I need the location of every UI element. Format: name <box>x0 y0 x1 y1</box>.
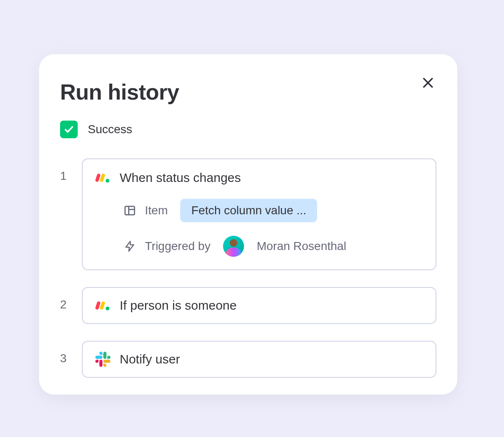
triggered-detail-row: Triggered by Moran Rosenthal <box>95 236 423 257</box>
triggered-label: Triggered by <box>145 240 210 253</box>
monday-icon <box>95 170 110 185</box>
modal-title: Run history <box>60 79 436 105</box>
item-icon <box>123 204 136 217</box>
item-label: Item <box>145 204 168 217</box>
status-label: Success <box>88 123 132 136</box>
step-card[interactable]: If person is someone <box>82 287 436 324</box>
close-button[interactable] <box>418 73 438 93</box>
svg-marker-8 <box>126 241 134 251</box>
step-row: 1 When status changes <box>60 158 436 270</box>
step-number: 1 <box>60 158 68 183</box>
success-badge <box>60 121 78 138</box>
monday-icon <box>95 298 110 313</box>
step-number: 2 <box>60 287 68 311</box>
close-icon <box>421 76 435 90</box>
status-row: Success <box>60 121 436 138</box>
svg-rect-9 <box>95 301 101 310</box>
svg-rect-2 <box>95 173 101 182</box>
run-history-modal: Run history Success 1 <box>39 54 457 395</box>
svg-rect-3 <box>100 173 105 182</box>
steps-list: 1 When status changes <box>60 158 436 378</box>
user-avatar[interactable] <box>223 236 244 257</box>
step-title: When status changes <box>120 171 241 185</box>
step-row: 3 Noti <box>60 341 436 378</box>
step-card[interactable]: Notify user <box>82 341 436 378</box>
item-detail-row: Item Fetch column value ... <box>95 199 423 222</box>
step-header: Notify user <box>95 352 423 367</box>
svg-point-4 <box>106 179 110 183</box>
step-card[interactable]: When status changes Item Fetch column va… <box>82 158 436 270</box>
check-icon <box>63 124 74 135</box>
triggered-user-name: Moran Rosenthal <box>257 240 346 253</box>
svg-rect-5 <box>125 206 135 215</box>
step-title: If person is someone <box>120 298 236 313</box>
svg-point-11 <box>106 307 110 311</box>
step-title: Notify user <box>120 352 180 366</box>
slack-icon <box>95 352 110 367</box>
step-header: When status changes <box>95 170 423 185</box>
bolt-icon <box>123 240 136 253</box>
item-value-pill[interactable]: Fetch column value ... <box>180 199 317 222</box>
step-number: 3 <box>60 341 68 365</box>
step-row: 2 If person is someone <box>60 287 436 324</box>
svg-rect-10 <box>100 301 105 310</box>
step-header: If person is someone <box>95 298 423 313</box>
